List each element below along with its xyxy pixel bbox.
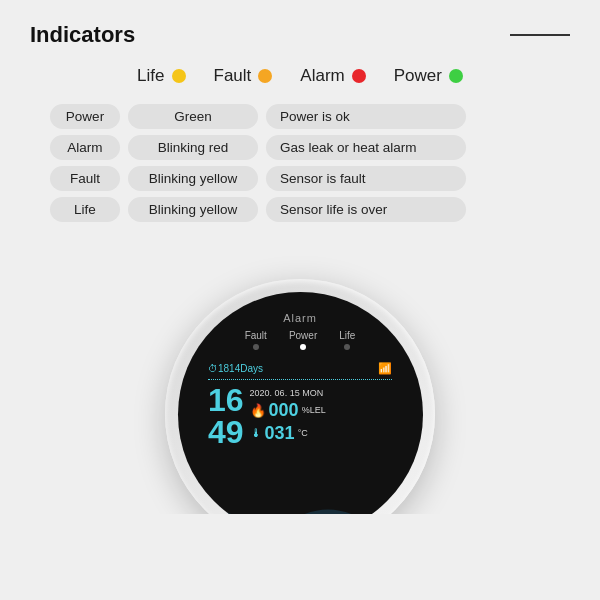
page: Indicators Life Fault Alarm Power [0, 0, 600, 600]
row-power-status: Green [128, 104, 258, 129]
legend-row: Life Fault Alarm Power [30, 66, 570, 86]
device-gas-unit: %LEL [302, 406, 326, 415]
row-fault-desc: Sensor is fault [266, 166, 466, 191]
legend-item-life: Life [137, 66, 185, 86]
table-row: Life Blinking yellow Sensor life is over [50, 197, 550, 222]
device-data-display: ⏱1814Days 📶 16 49 2020. 06. 15 MON 🔥 [200, 358, 400, 452]
power-dot-icon [449, 69, 463, 83]
device-display-screen: Alarm Fault Power Life [178, 292, 423, 515]
device-minute: 49 [208, 416, 244, 448]
device-life-row: ⏱1814Days 📶 [208, 362, 392, 375]
device-time-display: 16 49 [208, 384, 244, 448]
device-gas-row: 🔥 000 %LEL [250, 400, 326, 421]
device-life-text: ⏱1814Days [208, 363, 263, 374]
page-title: Indicators [30, 22, 135, 48]
row-life-desc: Sensor life is over [266, 197, 466, 222]
device-indicators-row: Fault Power Life [245, 330, 356, 350]
alarm-dot-icon [352, 69, 366, 83]
wave-decoration [178, 497, 423, 515]
legend-power-label: Power [394, 66, 442, 86]
fault-ind-label: Fault [245, 330, 267, 341]
device-main-data-row: 16 49 2020. 06. 15 MON 🔥 000 %LEL � [208, 384, 392, 448]
row-fault-name: Fault [50, 166, 120, 191]
table-row: Fault Blinking yellow Sensor is fault [50, 166, 550, 191]
row-alarm-status: Blinking red [128, 135, 258, 160]
device-temp-value: 031 [265, 423, 295, 444]
legend-item-alarm: Alarm [300, 66, 365, 86]
thermometer-icon: 🌡 [250, 426, 262, 440]
power-ind-dot [300, 344, 306, 350]
flame-icon: 🔥 [250, 403, 266, 418]
table-row: Power Green Power is ok [50, 104, 550, 129]
device-date: 2020. 06. 15 MON [250, 388, 326, 398]
row-fault-status: Blinking yellow [128, 166, 258, 191]
life-ind-dot [344, 344, 350, 350]
row-life-status: Blinking yellow [128, 197, 258, 222]
device-temp-row: 🌡 031 °C [250, 423, 326, 444]
device-indicator-fault: Fault [245, 330, 267, 350]
device-indicator-life: Life [339, 330, 355, 350]
top-section: Indicators Life Fault Alarm Power [0, 0, 600, 232]
legend-life-label: Life [137, 66, 164, 86]
power-ind-label: Power [289, 330, 317, 341]
device-gas-value: 000 [269, 400, 299, 421]
legend-item-fault: Fault [214, 66, 273, 86]
table-row: Alarm Blinking red Gas leak or heat alar… [50, 135, 550, 160]
device-indicator-power: Power [289, 330, 317, 350]
life-ind-label: Life [339, 330, 355, 341]
device-alarm-text: Alarm [283, 312, 317, 324]
title-line-decoration [510, 34, 570, 36]
device-hour: 16 [208, 384, 244, 416]
fault-dot-icon [258, 69, 272, 83]
legend-fault-label: Fault [214, 66, 252, 86]
device-outer-ring: Alarm Fault Power Life [165, 279, 435, 514]
legend-item-power: Power [394, 66, 463, 86]
life-dot-icon [172, 69, 186, 83]
device-right-panel: 2020. 06. 15 MON 🔥 000 %LEL 🌡 031 °C [250, 388, 326, 444]
device-section: Alarm Fault Power Life [0, 244, 600, 514]
row-power-desc: Power is ok [266, 104, 466, 129]
fault-ind-dot [253, 344, 259, 350]
device-temp-unit: °C [298, 428, 308, 438]
device-life-bar [208, 379, 392, 380]
indicator-table: Power Green Power is ok Alarm Blinking r… [30, 104, 570, 222]
legend-alarm-label: Alarm [300, 66, 344, 86]
row-life-name: Life [50, 197, 120, 222]
wifi-icon: 📶 [378, 362, 392, 375]
row-power-name: Power [50, 104, 120, 129]
title-row: Indicators [30, 22, 570, 48]
row-alarm-name: Alarm [50, 135, 120, 160]
row-alarm-desc: Gas leak or heat alarm [266, 135, 466, 160]
